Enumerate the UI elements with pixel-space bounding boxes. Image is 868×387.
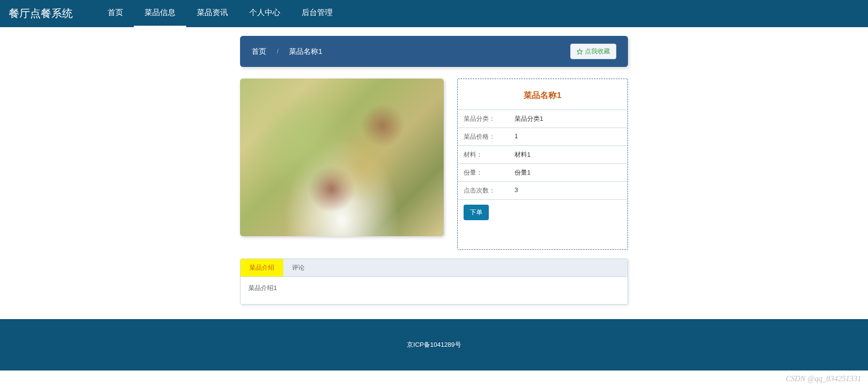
- product-detail-panel: 菜品名称1 菜品分类： 菜品分类1 菜品价格： 1 材料： 材料1 份量： 份量…: [457, 79, 628, 250]
- detail-value: 菜品分类1: [514, 114, 543, 123]
- favorite-button-label: 点我收藏: [585, 47, 610, 56]
- breadcrumb-bar: 首页 / 菜品名称1 点我收藏: [240, 36, 628, 67]
- nav-personal-center[interactable]: 个人中心: [239, 0, 291, 27]
- nav-dish-news[interactable]: 菜品资讯: [186, 0, 239, 27]
- main-nav: 首页 菜品信息 菜品资讯 个人中心 后台管理: [97, 0, 343, 27]
- icp-text: 京ICP备1041289号: [407, 341, 461, 348]
- product-content: 菜品名称1 菜品分类： 菜品分类1 菜品价格： 1 材料： 材料1 份量： 份量…: [240, 79, 628, 250]
- breadcrumb-separator: /: [277, 48, 278, 55]
- main-container: 首页 / 菜品名称1 点我收藏 菜品名称1 菜品分类： 菜品分类1 菜品价格： …: [240, 36, 628, 305]
- main-header: 餐厅点餐系统 首页 菜品信息 菜品资讯 个人中心 后台管理: [0, 0, 868, 27]
- detail-value: 份量1: [514, 168, 530, 177]
- detail-value: 3: [514, 186, 518, 195]
- page-footer: 京ICP备1041289号: [0, 319, 868, 371]
- tab-intro[interactable]: 菜品介绍: [241, 259, 283, 276]
- detail-row-price: 菜品价格： 1: [458, 128, 627, 145]
- detail-row-category: 菜品分类： 菜品分类1: [458, 110, 627, 128]
- product-image: [240, 79, 444, 236]
- detail-label: 菜品分类：: [464, 114, 514, 123]
- detail-label: 点击次数：: [464, 186, 514, 195]
- tabs-panel: 菜品介绍 评论 菜品介绍1: [240, 258, 628, 305]
- breadcrumb-home[interactable]: 首页: [252, 47, 266, 56]
- detail-label: 菜品价格：: [464, 132, 514, 141]
- tab-content: 菜品介绍1: [241, 277, 627, 304]
- tabs-header: 菜品介绍 评论: [241, 259, 627, 277]
- app-logo: 餐厅点餐系统: [9, 6, 73, 21]
- product-title: 菜品名称1: [458, 79, 627, 110]
- tab-comments[interactable]: 评论: [283, 259, 313, 276]
- detail-row-material: 材料： 材料1: [458, 145, 627, 163]
- nav-admin[interactable]: 后台管理: [291, 0, 343, 27]
- order-section: 下单: [458, 199, 627, 249]
- detail-value: 材料1: [514, 150, 530, 159]
- detail-label: 材料：: [464, 150, 514, 159]
- detail-label: 份量：: [464, 168, 514, 177]
- order-button[interactable]: 下单: [464, 205, 489, 220]
- svg-marker-0: [577, 49, 582, 54]
- star-icon: [577, 48, 583, 55]
- detail-value: 1: [514, 132, 518, 141]
- nav-dish-info[interactable]: 菜品信息: [134, 0, 186, 27]
- breadcrumb-current: 菜品名称1: [289, 47, 322, 56]
- nav-home[interactable]: 首页: [97, 0, 134, 27]
- detail-row-clicks: 点击次数： 3: [458, 181, 627, 199]
- favorite-button[interactable]: 点我收藏: [570, 44, 616, 59]
- breadcrumb: 首页 / 菜品名称1: [252, 47, 322, 56]
- detail-row-portion: 份量： 份量1: [458, 163, 627, 181]
